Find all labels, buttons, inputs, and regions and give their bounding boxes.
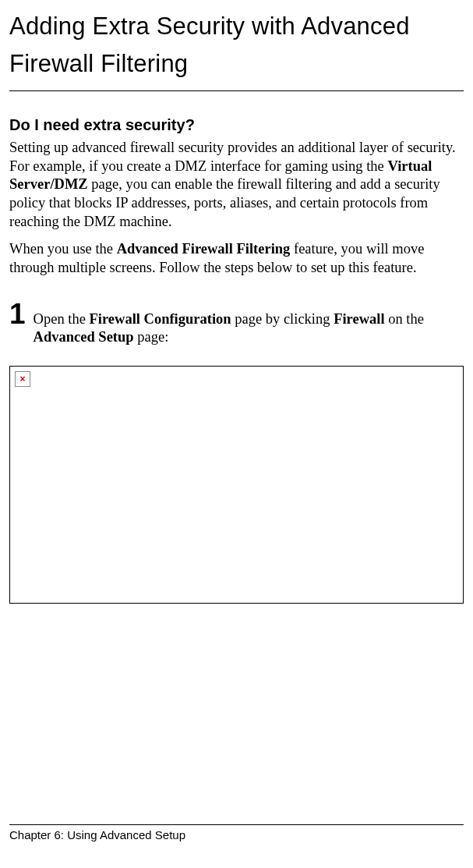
step1-mid1: page by clicking — [231, 311, 334, 327]
step1-pre: Open the — [34, 311, 90, 327]
paragraph-2: When you use the Advanced Firewall Filte… — [9, 240, 464, 277]
step1-bold3: Advanced Setup — [34, 329, 134, 345]
step1-mid2: on the — [385, 311, 424, 327]
para2-bold1: Advanced Firewall Filtering — [117, 241, 291, 257]
step-1-text: Open the Firewall Configuration page by … — [34, 299, 464, 347]
para2-pre: When you use the — [9, 241, 117, 257]
broken-image-x: × — [19, 374, 25, 384]
page-title: Adding Extra Security with Advanced Fire… — [9, 8, 464, 91]
screenshot-placeholder: × — [9, 366, 464, 604]
broken-image-icon: × — [15, 371, 30, 387]
step1-post: page: — [134, 329, 169, 345]
step1-bold2: Firewall — [334, 311, 384, 327]
step1-bold1: Firewall Configuration — [90, 311, 231, 327]
footer-chapter: Chapter 6: Using Advanced Setup — [9, 828, 185, 841]
paragraph-1: Setting up advanced firewall security pr… — [9, 139, 464, 231]
page-footer: Chapter 6: Using Advanced Setup — [9, 824, 464, 841]
step-number-1: 1 — [9, 299, 26, 328]
step-1: 1 Open the Firewall Configuration page b… — [9, 299, 464, 347]
section-heading: Do I need extra security? — [9, 116, 464, 134]
